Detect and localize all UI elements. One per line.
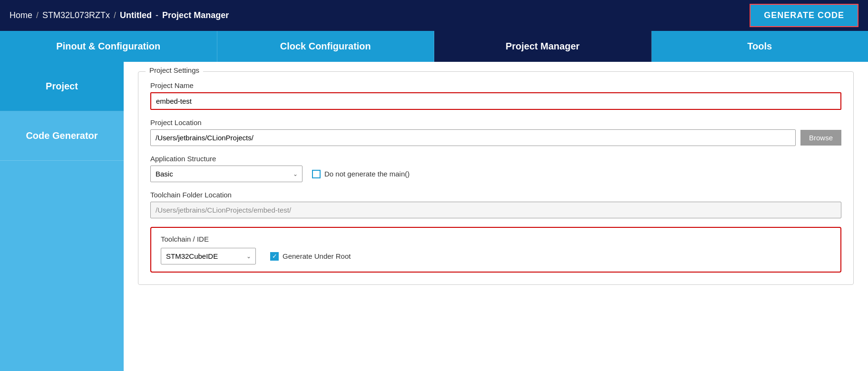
tab-project-manager[interactable]: Project Manager xyxy=(434,31,652,62)
main-checkbox-group: Do not generate the main() xyxy=(312,170,410,178)
toolchain-select-wrapper: STM32CubeIDE Makefile MDK-ARM ⌄ xyxy=(161,248,256,264)
do-not-generate-main-checkbox[interactable] xyxy=(312,170,321,178)
view-name-nav: Project Manager xyxy=(162,10,229,20)
toolchain-folder-input[interactable] xyxy=(150,202,841,218)
sep2: / xyxy=(114,10,116,20)
generate-under-root-group: ✓ Generate Under Root xyxy=(270,252,351,261)
toolchain-ide-label: Toolchain / IDE xyxy=(161,235,831,243)
content-panel: Project Settings Project Name Project Lo… xyxy=(124,62,868,371)
sidebar-item-project[interactable]: Project xyxy=(0,62,124,111)
home-link[interactable]: Home xyxy=(10,10,32,20)
toolchain-row: STM32CubeIDE Makefile MDK-ARM ⌄ ✓ Genera… xyxy=(161,248,831,264)
tab-clock[interactable]: Clock Configuration xyxy=(217,31,435,62)
generate-under-root-label: Generate Under Root xyxy=(283,252,351,260)
browse-button[interactable]: Browse xyxy=(800,130,841,146)
project-name-input[interactable] xyxy=(150,92,841,110)
toolchain-folder-label: Toolchain Folder Location xyxy=(150,191,841,199)
project-name-label: Project Name xyxy=(150,81,841,89)
tab-tools[interactable]: Tools xyxy=(652,31,868,62)
tab-pinout[interactable]: Pinout & Configuration xyxy=(0,31,217,62)
sidebar-item-code-generator[interactable]: Code Generator xyxy=(0,111,124,161)
tab-bar: Pinout & Configuration Clock Configurati… xyxy=(0,31,868,62)
application-structure-group: Application Structure Basic Advanced ⌄ D… xyxy=(150,155,841,182)
application-structure-label: Application Structure xyxy=(150,155,841,163)
dash: - xyxy=(156,10,158,20)
device-link[interactable]: STM32L073RZTx xyxy=(42,10,110,20)
breadcrumb: Home / STM32L073RZTx / Untitled - Projec… xyxy=(10,10,229,20)
project-name-group: Project Name xyxy=(150,81,841,110)
main-content: Project Code Generator Project Settings … xyxy=(0,62,868,371)
toolchain-section: Toolchain / IDE STM32CubeIDE Makefile MD… xyxy=(150,227,841,273)
sidebar: Project Code Generator xyxy=(0,62,124,371)
project-location-input[interactable] xyxy=(150,129,796,146)
app-structure-row: Basic Advanced ⌄ Do not generate the mai… xyxy=(150,166,841,182)
toolchain-folder-group: Toolchain Folder Location xyxy=(150,191,841,218)
app-structure-select-wrapper: Basic Advanced ⌄ xyxy=(150,166,302,182)
project-name-nav[interactable]: Untitled xyxy=(120,10,152,20)
toolchain-ide-select[interactable]: STM32CubeIDE Makefile MDK-ARM xyxy=(161,248,256,264)
top-nav: Home / STM32L073RZTx / Untitled - Projec… xyxy=(0,0,868,31)
do-not-generate-main-label: Do not generate the main() xyxy=(324,170,410,178)
generate-under-root-checkbox[interactable]: ✓ xyxy=(270,252,279,261)
project-settings-legend: Project Settings xyxy=(146,66,203,74)
generate-code-button[interactable]: GENERATE CODE xyxy=(750,4,858,27)
project-location-group: Project Location Browse xyxy=(150,118,841,146)
project-location-label: Project Location xyxy=(150,118,841,127)
sep1: / xyxy=(36,10,39,20)
application-structure-select[interactable]: Basic Advanced xyxy=(150,166,302,182)
project-settings-fieldset: Project Settings Project Name Project Lo… xyxy=(138,71,854,285)
location-row: Browse xyxy=(150,129,841,146)
